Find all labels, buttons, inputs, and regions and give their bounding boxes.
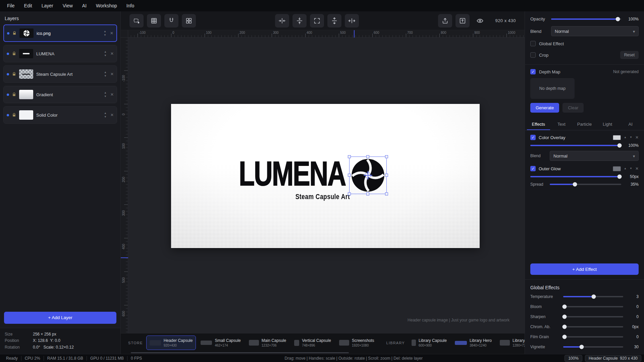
tab-particle[interactable]: Particle xyxy=(573,118,596,130)
move-layer-up-button[interactable] xyxy=(104,112,107,115)
blend-select[interactable]: Normal xyxy=(551,26,639,36)
resize-handle-nw[interactable] xyxy=(348,155,351,158)
layer-row-ico[interactable]: ico.png xyxy=(3,24,117,42)
canvas-title-text[interactable]: LUMENA xyxy=(239,157,345,191)
bloom-slider[interactable] xyxy=(563,304,623,309)
resize-handle-s[interactable] xyxy=(366,192,369,195)
visibility-dot[interactable] xyxy=(7,114,9,116)
resize-handle-e[interactable] xyxy=(385,174,388,177)
slider-knob[interactable] xyxy=(562,335,567,339)
menu-view[interactable]: View xyxy=(58,1,77,10)
add-effect-button[interactable]: + Add Effect xyxy=(530,263,639,275)
layer-row-gradient[interactable]: Gradient xyxy=(3,86,117,103)
move-layer-down-button[interactable] xyxy=(104,95,107,98)
resize-handle-w[interactable] xyxy=(348,174,351,177)
fit-to-screen-button[interactable] xyxy=(310,14,324,27)
pivot-crosshair-icon[interactable] xyxy=(365,172,371,178)
upload-button[interactable] xyxy=(455,14,470,27)
resize-handle-se[interactable] xyxy=(385,192,388,195)
sharpen-slider[interactable] xyxy=(563,314,623,319)
lock-icon[interactable] xyxy=(12,31,16,35)
crop-checkbox[interactable] xyxy=(530,52,536,58)
layer-row-lumena[interactable]: LUMENA xyxy=(3,45,117,62)
tab-light[interactable]: Light xyxy=(596,118,619,130)
menu-edit[interactable]: Edit xyxy=(20,1,37,10)
move-effect-down-button[interactable] xyxy=(630,136,632,139)
temperature-slider[interactable] xyxy=(563,294,623,299)
template-library-capsule[interactable]: Library Capsule600×900 xyxy=(408,336,450,350)
selection-box[interactable] xyxy=(349,157,387,194)
delete-layer-button[interactable] xyxy=(110,93,114,97)
film-grain-slider[interactable] xyxy=(563,335,623,339)
template-main-capsule[interactable]: Main Capsule1232×706 xyxy=(246,336,289,350)
move-layer-down-button[interactable] xyxy=(104,54,107,57)
visibility-dot[interactable] xyxy=(7,53,9,55)
resize-handle-n[interactable] xyxy=(366,155,369,158)
slider-knob[interactable] xyxy=(562,325,567,329)
color-overlay-amount-slider[interactable] xyxy=(530,143,621,148)
artboard[interactable]: LUMENA Steam Capsule Art xyxy=(171,104,480,248)
color-swatch[interactable] xyxy=(613,135,621,140)
preview-eye-button[interactable] xyxy=(473,14,487,27)
layer-row-solid-color[interactable]: Solid Color xyxy=(3,106,117,124)
visibility-dot[interactable] xyxy=(7,32,9,35)
slider-knob[interactable] xyxy=(617,175,622,179)
export-button[interactable] xyxy=(438,14,452,27)
visibility-dot[interactable] xyxy=(7,73,9,75)
menu-info[interactable]: Info xyxy=(122,1,139,10)
global-effect-checkbox[interactable] xyxy=(530,41,536,46)
move-layer-up-button[interactable] xyxy=(104,30,106,33)
menu-workshop[interactable]: Workshop xyxy=(92,1,121,10)
template-scrollbar[interactable] xyxy=(131,352,349,353)
effect-enabled-checkbox[interactable] xyxy=(530,135,536,140)
template-header-capsule[interactable]: Header Capsule920×430 xyxy=(146,336,196,350)
layer-row-steam-capsule-art[interactable]: Steam Capsule Art xyxy=(3,65,117,83)
menu-layer[interactable]: Layer xyxy=(37,1,58,10)
grid-toggle-button[interactable] xyxy=(147,14,161,27)
canvas-subtitle-text[interactable]: Steam Capsule Art xyxy=(295,192,350,201)
depth-map-checkbox[interactable] xyxy=(530,69,536,74)
delete-layer-button[interactable] xyxy=(110,52,114,56)
snap-magnet-button[interactable] xyxy=(164,14,178,27)
template-library-hero[interactable]: Library Hero3840×1240 xyxy=(451,336,495,350)
tab-ai[interactable]: AI xyxy=(619,118,642,130)
effect-enabled-checkbox[interactable] xyxy=(530,166,536,171)
template-library-logo[interactable]: Library Logo1280×720 xyxy=(496,336,525,350)
tab-effects[interactable]: Effects xyxy=(527,118,550,130)
slider-knob[interactable] xyxy=(580,345,584,349)
delete-layer-button[interactable] xyxy=(110,72,114,76)
opacity-slider[interactable] xyxy=(551,17,621,21)
lock-icon[interactable] xyxy=(12,113,16,117)
slider-knob[interactable] xyxy=(592,295,596,299)
move-layer-down-button[interactable] xyxy=(104,75,107,77)
distribute-horizontal-button[interactable] xyxy=(345,14,359,27)
reset-button[interactable]: Reset xyxy=(620,51,639,59)
distribute-vertical-button[interactable] xyxy=(327,14,341,27)
menu-ai[interactable]: AI xyxy=(78,1,91,10)
add-layer-button[interactable]: + Add Layer xyxy=(4,312,116,324)
resize-handle-ne[interactable] xyxy=(385,155,388,158)
slider-knob[interactable] xyxy=(562,305,567,309)
vignette-slider[interactable] xyxy=(563,345,623,349)
align-vertical-center-button[interactable] xyxy=(292,14,307,27)
move-effect-up-button[interactable] xyxy=(624,136,627,139)
outer-glow-size-slider[interactable] xyxy=(530,174,621,179)
lock-icon[interactable] xyxy=(12,72,16,76)
align-horizontal-center-button[interactable] xyxy=(275,14,289,27)
clear-depth-button[interactable]: Clear xyxy=(562,103,584,113)
resize-handle-sw[interactable] xyxy=(348,192,351,195)
move-layer-up-button[interactable] xyxy=(104,92,107,94)
template-small-capsule[interactable]: Small Capsule462×174 xyxy=(197,336,244,350)
color-swatch[interactable] xyxy=(613,166,621,171)
move-effect-down-button[interactable] xyxy=(630,167,632,170)
effect-blend-select[interactable]: Normal xyxy=(550,151,639,161)
move-layer-up-button[interactable] xyxy=(104,71,107,74)
lock-icon[interactable] xyxy=(12,93,16,97)
move-layer-down-button[interactable] xyxy=(104,34,106,37)
template-screenshots[interactable]: Screenshots1920×1080 xyxy=(336,336,378,350)
generate-depth-button[interactable]: Generate xyxy=(530,103,559,113)
delete-layer-button[interactable] xyxy=(110,31,113,35)
slider-knob[interactable] xyxy=(573,182,577,187)
layout-grid-button[interactable] xyxy=(182,14,196,27)
slider-knob[interactable] xyxy=(562,315,567,319)
